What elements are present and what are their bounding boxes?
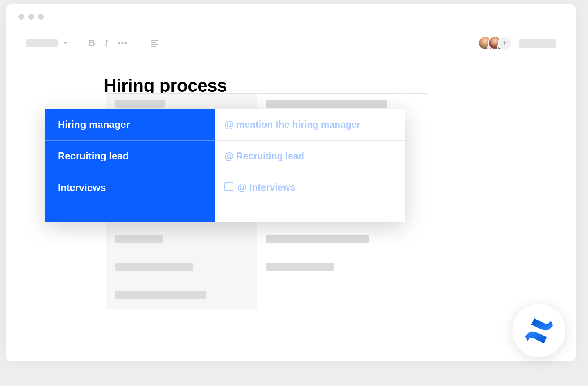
window-controls bbox=[18, 14, 44, 20]
add-collaborator-button[interactable]: + bbox=[498, 36, 512, 50]
confluence-logo-badge bbox=[512, 304, 565, 357]
editor-content-area: B I ••• R M + Hiri bbox=[13, 27, 569, 361]
italic-button[interactable]: I bbox=[102, 38, 110, 48]
row-value[interactable]: @ Interviews bbox=[215, 172, 405, 222]
table-cell bbox=[257, 225, 427, 253]
bold-button[interactable]: B bbox=[86, 38, 97, 48]
mention-placeholder-text: @ Recruiting lead bbox=[224, 151, 304, 162]
row-label[interactable]: Recruiting lead bbox=[45, 141, 215, 172]
row-label[interactable]: Hiring manager bbox=[45, 109, 215, 141]
placeholder-block bbox=[115, 291, 206, 299]
toolbar-divider bbox=[77, 37, 77, 49]
mention-placeholder-text: @ mention the hiring manager bbox=[224, 119, 360, 130]
publish-button-placeholder[interactable] bbox=[519, 39, 556, 48]
toolbar-divider bbox=[139, 37, 139, 49]
placeholder-block bbox=[266, 100, 387, 108]
placeholder-block bbox=[115, 263, 193, 271]
align-left-icon[interactable] bbox=[148, 40, 161, 47]
heading-selector-placeholder[interactable] bbox=[26, 39, 58, 47]
collaborator-avatars: R M + bbox=[478, 36, 512, 50]
table-cell bbox=[257, 253, 427, 281]
placeholder-block bbox=[115, 100, 165, 108]
row-value[interactable]: @ Recruiting lead bbox=[215, 141, 405, 172]
window-maximize-icon[interactable] bbox=[38, 14, 44, 20]
browser-window: B I ••• R M + Hiri bbox=[6, 4, 576, 361]
table-row: Interviews@ Interviews bbox=[45, 172, 405, 222]
table-cell bbox=[257, 281, 427, 309]
placeholder-block bbox=[266, 235, 369, 243]
window-minimize-icon[interactable] bbox=[28, 14, 34, 20]
row-value[interactable]: @ mention the hiring manager bbox=[215, 109, 405, 141]
more-formatting-button[interactable]: ••• bbox=[115, 39, 130, 48]
chevron-down-icon[interactable] bbox=[63, 42, 68, 44]
toolbar-right-section: R M + bbox=[478, 36, 556, 50]
table-row: Recruiting lead@ Recruiting lead bbox=[45, 141, 405, 172]
table-cell bbox=[106, 253, 257, 281]
placeholder-block bbox=[266, 263, 334, 271]
page-title[interactable]: Hiring process bbox=[13, 59, 569, 96]
placeholder-block bbox=[115, 235, 163, 243]
table-row: Hiring manager@ mention the hiring manag… bbox=[45, 109, 405, 141]
confluence-icon bbox=[524, 316, 554, 346]
floating-table-overlay: Hiring manager@ mention the hiring manag… bbox=[45, 109, 405, 222]
mention-placeholder-text: @ Interviews bbox=[237, 182, 295, 193]
checkbox-icon[interactable] bbox=[224, 182, 233, 191]
editor-toolbar: B I ••• R M + bbox=[13, 27, 569, 59]
table-cell bbox=[106, 281, 257, 309]
row-label[interactable]: Interviews bbox=[45, 172, 215, 222]
table-cell bbox=[106, 225, 257, 253]
window-close-icon[interactable] bbox=[18, 14, 24, 20]
